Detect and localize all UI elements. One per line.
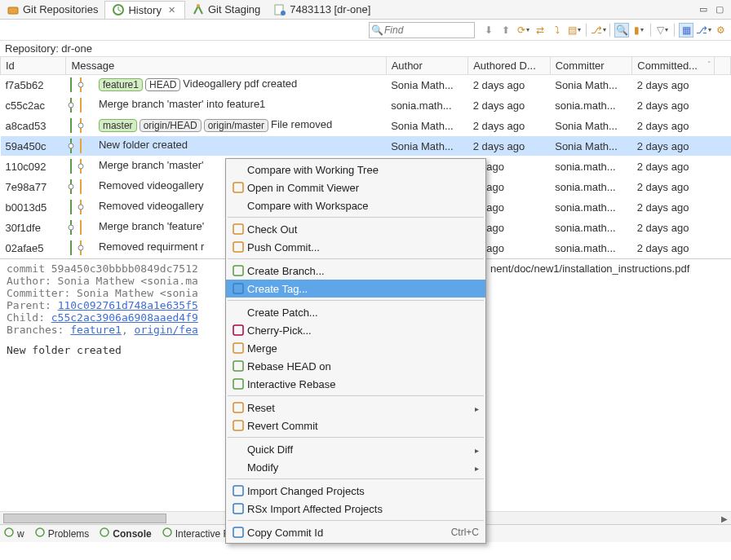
commit-authored: 2 days ago <box>468 116 551 136</box>
commit-message: Videogallery pdf created <box>183 77 297 90</box>
repository-label: Repository: dr-one <box>0 41 731 56</box>
close-icon[interactable]: ✕ <box>166 4 178 15</box>
maximize-icon[interactable]: ▢ <box>713 3 726 16</box>
commit-row[interactable]: a8cad53masterorigin/HEADorigin/masterFil… <box>1 116 731 136</box>
menu-item[interactable]: Push Commit... <box>226 238 485 256</box>
commit-committed: 2 days ago <box>632 75 715 95</box>
commit-row[interactable]: 59a450cNew folder createdSonia Math...2 … <box>1 136 731 157</box>
commit-committed: 2 days ago <box>632 197 715 218</box>
col-message[interactable]: Message <box>66 57 386 75</box>
arrow-up-icon[interactable]: ⬆ <box>498 23 513 37</box>
tab-history[interactable]: History ✕ <box>104 1 184 19</box>
col-authored-date[interactable]: Authored D... <box>468 57 551 75</box>
blank-icon <box>229 443 247 456</box>
col-author[interactable]: Author <box>386 57 468 75</box>
menu-item[interactable]: Rebase HEAD on <box>226 357 485 375</box>
menu-item[interactable]: Create Patch... <box>226 303 485 321</box>
interactive-rebase-icon <box>229 377 247 390</box>
commit-id: c55c2ac <box>1 95 66 116</box>
task-icon <box>273 3 286 16</box>
graph-icon <box>66 98 99 110</box>
menu-item[interactable]: Compare with Working Tree <box>226 161 485 179</box>
menu-item[interactable]: Create Tag... <box>226 280 485 298</box>
child-link[interactable]: c55c2ac3906a6908aaed4f9 <box>51 311 198 324</box>
commit-author: Sonia Math... <box>386 116 468 136</box>
col-id[interactable]: Id <box>1 57 66 75</box>
tab-task[interactable]: 7483113 [dr-one] <box>267 1 377 19</box>
submenu-arrow-icon <box>475 402 479 414</box>
menu-item[interactable]: Check Out <box>226 220 485 238</box>
col-committed-date[interactable]: Committed...˄ <box>632 57 715 75</box>
search-toggle-icon[interactable]: 🔍 <box>614 23 629 37</box>
layout-icon[interactable]: ▦ <box>679 23 693 37</box>
menu-label: Import Changed Projects <box>247 485 479 497</box>
reset-icon <box>229 401 247 414</box>
tree-icon[interactable]: ⎇ <box>696 23 711 37</box>
commit-message: Removed requirment r <box>99 240 204 253</box>
menu-item[interactable]: Open in Commit Viewer <box>226 179 485 196</box>
minimize-icon[interactable]: ▭ <box>697 3 710 16</box>
menu-item[interactable]: RSx Import Affected Projects <box>226 500 485 518</box>
branch-link[interactable]: origin/fea <box>135 324 198 336</box>
menu-item[interactable]: Interactive Rebase <box>226 375 485 393</box>
svg-point-16 <box>69 143 73 148</box>
menu-accelerator: Ctrl+C <box>451 527 479 538</box>
svg-point-33 <box>36 528 44 536</box>
find-input[interactable] <box>369 22 475 38</box>
parent-link[interactable]: 110c092761d748a1e635f5 <box>58 299 198 311</box>
bottom-tab[interactable]: w <box>3 527 24 540</box>
scroll-up-icon[interactable]: ˄ <box>707 60 711 68</box>
bottom-tab-label: Problems <box>48 528 90 540</box>
checkout-icon[interactable]: ⎇ <box>591 23 605 37</box>
link-icon[interactable]: ⤵ <box>550 23 565 37</box>
arrow-down-icon[interactable]: ⬇ <box>481 23 496 37</box>
menu-item[interactable]: Create Branch... <box>226 262 485 280</box>
filter-icon[interactable]: ▽ <box>655 23 670 37</box>
gear-icon[interactable]: ⚙ <box>713 23 728 37</box>
menu-item[interactable]: Modify <box>226 458 485 476</box>
menu-label: Create Branch... <box>247 265 479 277</box>
scroll-right-icon[interactable]: ▶ <box>718 512 731 525</box>
commit-authored: 2 days ago <box>468 136 551 157</box>
refresh-icon[interactable]: ⟳ <box>516 23 530 37</box>
commit-committer: sonia.math... <box>550 238 632 258</box>
ref-badge[interactable]: HEAD <box>145 78 180 91</box>
blank-icon <box>229 461 247 474</box>
menu-item[interactable]: Copy Commit IdCtrl+C <box>226 523 485 541</box>
commit-message: File removed <box>271 118 332 130</box>
bottom-tab[interactable]: Console <box>99 527 151 540</box>
menu-item[interactable]: Quick Diff <box>226 440 485 458</box>
menu-item[interactable]: Cherry-Pick... <box>226 321 485 339</box>
file-path[interactable]: nent/doc/new1/installation_instructions.… <box>490 262 689 275</box>
menu-item[interactable]: Compare with Workspace <box>226 196 485 214</box>
filter-branch-icon[interactable]: ▤ <box>567 23 582 37</box>
menu-label: Revert Commit <box>247 420 479 432</box>
menu-item[interactable]: Revert Commit <box>226 417 485 434</box>
commit-row[interactable]: f7a5b62feature1HEADVideogallery pdf crea… <box>1 75 731 95</box>
svg-point-32 <box>5 528 13 536</box>
commit-row[interactable]: c55c2acMerge branch 'master' into featur… <box>1 95 731 116</box>
tab-git-repositories[interactable]: Git Repositories <box>0 1 104 19</box>
ref-badge[interactable]: origin/HEAD <box>140 119 202 132</box>
sha-icon <box>229 526 247 539</box>
col-committer[interactable]: Committer <box>550 57 632 75</box>
menu-label: Modify <box>247 461 475 474</box>
menu-item[interactable]: Reset <box>226 399 485 417</box>
bottom-tab[interactable]: Problems <box>34 527 90 540</box>
tab-label: History <box>128 4 161 16</box>
merge-icon <box>229 342 247 355</box>
scroll-thumb[interactable] <box>3 514 166 523</box>
svg-point-25 <box>78 205 83 209</box>
commit-committer: sonia.math... <box>550 197 632 218</box>
svg-rect-44 <box>233 361 243 371</box>
menu-item[interactable]: Import Changed Projects <box>226 482 485 500</box>
compare-icon[interactable]: ⇄ <box>533 23 547 37</box>
group-icon[interactable]: ▮ <box>631 23 646 37</box>
ref-badge[interactable]: feature1 <box>99 78 143 91</box>
ref-badge[interactable]: master <box>99 119 137 132</box>
tab-git-staging[interactable]: Git Staging <box>185 1 267 19</box>
branch-link[interactable]: feature1 <box>70 324 122 336</box>
svg-rect-40 <box>233 266 243 276</box>
ref-badge[interactable]: origin/master <box>204 119 268 132</box>
menu-item[interactable]: Merge <box>226 339 485 357</box>
